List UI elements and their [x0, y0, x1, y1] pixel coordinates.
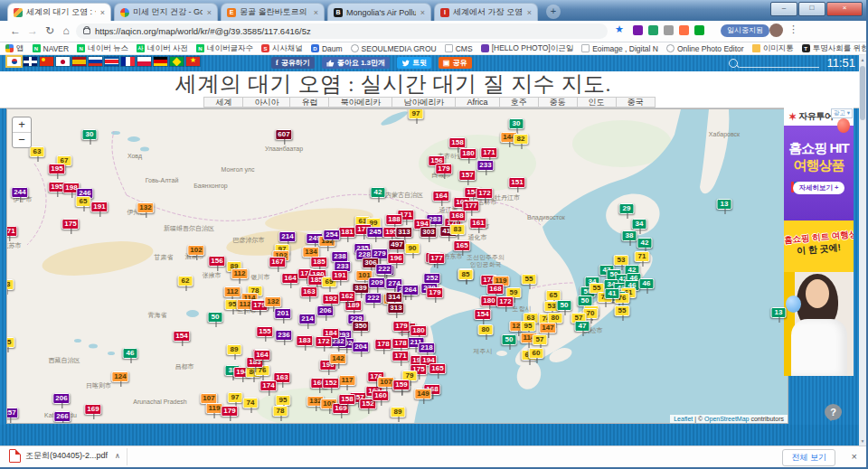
- flag-cn-icon[interactable]: [40, 57, 53, 66]
- aqi-marker[interactable]: 168: [448, 211, 466, 221]
- bookmark-item[interactable]: 사네이버 사전: [137, 43, 188, 54]
- bookmark-item[interactable]: N네이버글자수: [196, 43, 253, 54]
- bookmark-item[interactable]: T투명사회를 위한 정보: [802, 43, 868, 54]
- close-tab-icon[interactable]: ×: [100, 8, 105, 17]
- aqi-marker[interactable]: 191: [331, 270, 348, 281]
- aqi-marker[interactable]: 167: [269, 257, 286, 267]
- bookmark-item[interactable]: CMS: [445, 44, 473, 53]
- aqi-marker[interactable]: 132: [137, 202, 154, 213]
- close-tab-icon[interactable]: ×: [527, 8, 532, 17]
- aqi-marker[interactable]: 50: [208, 312, 223, 323]
- aqi-marker[interactable]: 236: [275, 330, 292, 341]
- aqi-marker[interactable]: 178: [374, 339, 392, 350]
- aqi-marker[interactable]: 30: [82, 129, 98, 140]
- page-scrollbar[interactable]: ▲ ▼: [859, 55, 866, 446]
- tweet-button[interactable]: 트윗: [397, 57, 431, 69]
- flag-ru-icon[interactable]: [89, 57, 102, 66]
- aqi-marker[interactable]: 164: [253, 350, 270, 361]
- aqi-marker[interactable]: 179: [221, 406, 238, 417]
- aqi-marker[interactable]: 179: [435, 164, 452, 174]
- site-search[interactable]: [729, 58, 819, 68]
- aqi-marker[interactable]: 264: [401, 285, 419, 295]
- aqi-marker[interactable]: 147: [539, 323, 556, 333]
- aqi-marker[interactable]: 180: [459, 148, 476, 159]
- aqi-marker[interactable]: 112: [231, 268, 249, 279]
- aqi-map[interactable]: Монгол улсУлаанбаатарХовдГовь-АлтайБаянх…: [6, 108, 788, 424]
- flag-pl-icon[interactable]: [137, 57, 151, 66]
- aqi-marker[interactable]: 222: [375, 264, 392, 275]
- aqi-marker[interactable]: 179: [392, 321, 410, 332]
- maximize-button[interactable]: □: [798, 2, 826, 16]
- aqi-marker[interactable]: 185: [310, 257, 327, 267]
- download-item[interactable]: 조문희(940405)-2...pdf ∧: [9, 449, 120, 463]
- aqi-marker[interactable]: 30: [509, 118, 524, 129]
- bookmark-star-icon[interactable]: ★: [615, 23, 624, 35]
- browser-tab[interactable]: 미세 먼지 건강 - Google 검색×: [114, 3, 218, 21]
- flag-kr-icon[interactable]: [7, 57, 21, 66]
- aqi-marker[interactable]: 179: [426, 287, 443, 298]
- address-bar[interactable]: https://aqicn.org/map/world/kr/#@g/39.35…: [76, 23, 608, 39]
- bookmark-item[interactable]: [HELLO PHOTO]이근일: [481, 43, 574, 54]
- aqi-marker[interactable]: 218: [418, 342, 435, 353]
- extension-icon[interactable]: [679, 25, 689, 35]
- aqi-marker[interactable]: 191: [90, 202, 108, 212]
- aqi-marker[interactable]: 41: [605, 288, 620, 299]
- aqi-marker[interactable]: 172: [496, 296, 514, 307]
- aqi-marker[interactable]: 172: [315, 336, 332, 347]
- aqi-marker[interactable]: 132: [264, 296, 281, 307]
- aqi-marker[interactable]: 314: [385, 292, 402, 303]
- aqi-marker[interactable]: 214: [298, 314, 316, 324]
- region-tab-북아메리카[interactable]: 북아메리카: [328, 97, 392, 108]
- browser-tab[interactable]: E몽골 올란바토르의 대기 오염 등×: [221, 3, 325, 21]
- extension-icon[interactable]: [694, 25, 704, 35]
- region-tab-인도[interactable]: 인도: [577, 97, 616, 108]
- aqi-marker[interactable]: 169: [84, 404, 101, 415]
- aqi-marker[interactable]: 158: [338, 394, 355, 405]
- help-button[interactable]: ?: [825, 404, 842, 420]
- ad-cta-button[interactable]: 자세히보기 +: [793, 182, 845, 194]
- aqi-marker[interactable]: 62: [178, 276, 193, 286]
- region-tab-유럽[interactable]: 유럽: [289, 97, 328, 108]
- aqi-marker[interactable]: 78: [273, 406, 288, 417]
- extension-icon[interactable]: [633, 25, 643, 35]
- forward-button[interactable]: →: [24, 23, 41, 39]
- flag-jp-icon[interactable]: [56, 57, 70, 66]
- aqi-marker[interactable]: 214: [278, 231, 296, 242]
- aqi-marker[interactable]: 161: [469, 218, 486, 229]
- flag-es-icon[interactable]: [72, 57, 86, 66]
- aqi-marker[interactable]: 171: [6, 226, 18, 237]
- aqi-marker[interactable]: 38: [622, 230, 637, 241]
- aqi-marker[interactable]: 42: [637, 238, 653, 249]
- aqi-marker[interactable]: 164: [432, 191, 449, 202]
- aqi-marker[interactable]: 60: [529, 348, 544, 359]
- aqi-marker[interactable]: 177: [462, 201, 479, 211]
- aqi-marker[interactable]: 188: [385, 214, 402, 225]
- region-tab-호주[interactable]: 호주: [499, 97, 538, 108]
- ad-label[interactable]: 광고 ▾: [831, 108, 853, 118]
- aqi-marker[interactable]: 313: [395, 227, 412, 238]
- show-all-downloads-button[interactable]: 전체 보기: [782, 449, 835, 466]
- aqi-marker[interactable]: 152: [322, 378, 339, 389]
- search-input[interactable]: [740, 58, 819, 68]
- aqi-marker[interactable]: 13: [717, 199, 732, 210]
- home-button[interactable]: ⌂: [58, 23, 74, 39]
- aqi-marker[interactable]: 124: [111, 371, 128, 382]
- aqi-marker[interactable]: 50: [502, 334, 517, 345]
- aqi-marker[interactable]: 266: [53, 411, 71, 422]
- aqi-marker[interactable]: 254: [323, 230, 340, 240]
- osm-link[interactable]: OpenStreetMap: [704, 416, 749, 422]
- back-button[interactable]: ←: [7, 23, 24, 39]
- aqi-marker[interactable]: 89: [227, 344, 242, 355]
- download-caret-icon[interactable]: ∧: [115, 452, 120, 460]
- bookmark-item[interactable]: S시사채널: [261, 43, 303, 54]
- aqi-marker[interactable]: 183: [296, 335, 313, 346]
- aqi-marker[interactable]: 82: [514, 134, 529, 145]
- aqi-marker[interactable]: 303: [420, 227, 437, 238]
- region-tab-아시아[interactable]: 아시아: [242, 97, 289, 108]
- aqi-marker[interactable]: 192: [322, 294, 339, 305]
- aqi-marker[interactable]: 175: [61, 219, 79, 230]
- region-tab-세계[interactable]: 세계: [203, 97, 242, 108]
- aqi-marker[interactable]: 95: [276, 395, 291, 406]
- menu-kebab-icon[interactable]: ⋮: [788, 23, 798, 35]
- close-tab-icon[interactable]: ×: [314, 8, 318, 17]
